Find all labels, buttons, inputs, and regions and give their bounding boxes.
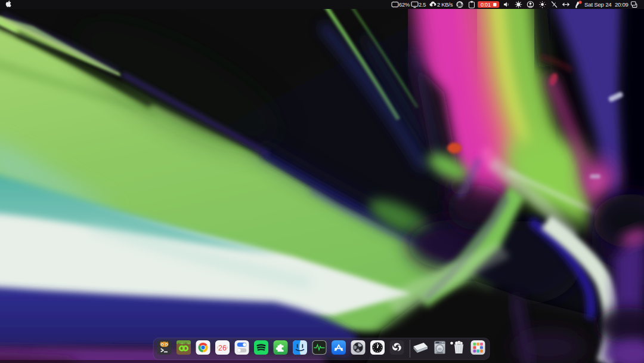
svg-text:0:01: 0:01: [481, 2, 491, 8]
svg-text:2 KB/s: 2 KB/s: [437, 2, 453, 8]
svg-text:26: 26: [218, 344, 227, 352]
svg-text:Sat Sep 24: Sat Sep 24: [584, 1, 612, 8]
svg-text:20:09: 20:09: [615, 1, 628, 8]
svg-text:62%: 62%: [399, 2, 410, 8]
svg-text:2.5: 2.5: [419, 2, 426, 8]
